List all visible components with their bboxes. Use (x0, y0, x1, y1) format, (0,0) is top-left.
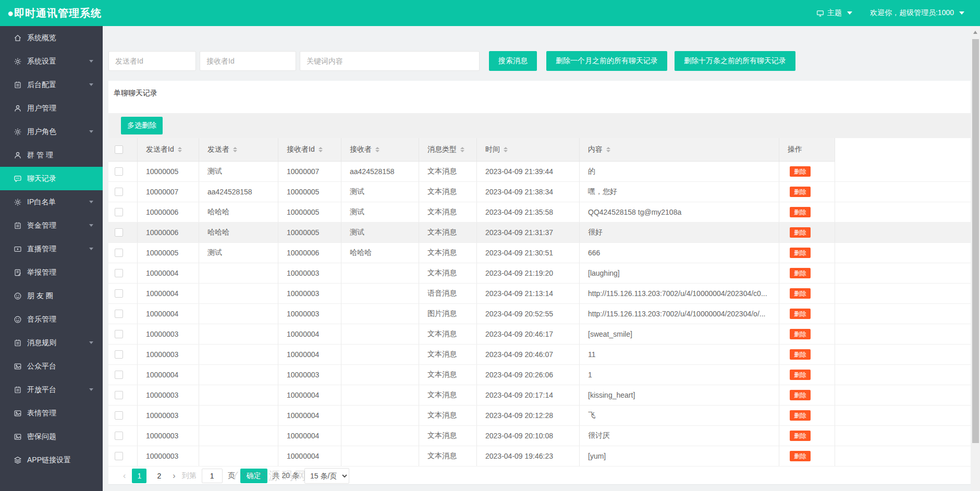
sidebar-item-label: APP链接设置 (27, 456, 71, 465)
sort-icon[interactable] (375, 147, 379, 152)
sort-icon[interactable] (318, 147, 323, 152)
column-header-6[interactable]: 时间 (477, 138, 580, 161)
row-checkbox[interactable] (115, 269, 123, 277)
cell-type: 文本消息 (419, 446, 477, 466)
table-row-9: 1000000310000004文本消息2023-04-09 20:46:17[… (108, 324, 971, 345)
smiley-icon (14, 315, 22, 324)
delete-row-button[interactable]: 删除 (790, 288, 811, 299)
column-header-4[interactable]: 接收者 (341, 138, 419, 161)
column-header-3[interactable]: 接收者Id (278, 138, 341, 161)
sidebar-item-16[interactable]: 开放平台 (0, 378, 103, 401)
theme-dropdown[interactable]: 主题 (816, 8, 852, 18)
row-checkbox[interactable] (115, 249, 123, 257)
page-size-select[interactable]: 15 条/页 (304, 468, 349, 484)
sidebar-item-18[interactable]: 密保问题 (0, 425, 103, 448)
goto-page-input[interactable] (202, 469, 223, 483)
delete-row-button[interactable]: 删除 (790, 248, 811, 258)
sidebar-item-15[interactable]: 公众平台 (0, 354, 103, 378)
keyword-input[interactable] (300, 51, 480, 71)
cell-sender-id: 10000005 (138, 162, 199, 181)
delete-row-button[interactable]: 删除 (790, 227, 811, 238)
row-checkbox[interactable] (115, 411, 123, 420)
sender-id-input[interactable] (108, 51, 196, 71)
prev-page-button[interactable]: ‹ (122, 471, 127, 481)
cell-receiver: aa424528158 (341, 162, 419, 181)
delete-row-button[interactable]: 删除 (790, 431, 811, 441)
sidebar-item-13[interactable]: 音乐管理 (0, 308, 103, 331)
row-checkbox[interactable] (115, 208, 123, 216)
receiver-id-input[interactable] (200, 51, 296, 71)
sort-icon[interactable] (504, 147, 508, 152)
sort-icon[interactable] (178, 147, 182, 152)
cell-content: [sweat_smile] (580, 324, 779, 344)
delete-row-button[interactable]: 删除 (790, 329, 811, 339)
search-messages-button[interactable]: 搜索消息 (489, 51, 537, 71)
cell-sender: 哈哈哈 (199, 202, 278, 222)
sidebar-item-3[interactable]: 后台配置 (0, 73, 103, 96)
row-checkbox[interactable] (115, 432, 123, 440)
sidebar-item-1[interactable]: 系统概览 (0, 26, 103, 50)
sidebar-item-9[interactable]: 资金管理 (0, 214, 103, 237)
sort-icon[interactable] (606, 147, 610, 152)
multi-delete-button[interactable]: 多选删除 (121, 117, 163, 134)
delete-row-button[interactable]: 删除 (790, 390, 811, 400)
cell-receiver: 哈哈哈 (341, 243, 419, 263)
sidebar-item-4[interactable]: 用户管理 (0, 96, 103, 120)
row-checkbox[interactable] (115, 228, 123, 237)
sidebar-item-19[interactable]: APP链接设置 (0, 448, 103, 472)
home-icon (14, 34, 22, 42)
sidebar-item-2[interactable]: 系统设置 (0, 50, 103, 73)
sort-icon[interactable] (233, 147, 237, 152)
page-button-1[interactable]: 1 (132, 469, 146, 483)
sidebar-item-11[interactable]: 举报管理 (0, 261, 103, 284)
delete-row-button[interactable]: 删除 (790, 207, 811, 217)
row-checkbox[interactable] (115, 188, 123, 196)
column-header-5[interactable]: 消息类型 (419, 138, 477, 161)
scroll-up-icon[interactable] (973, 31, 977, 34)
chevron-down-icon (89, 341, 93, 344)
sort-icon[interactable] (460, 147, 464, 152)
table-row-8: 1000000410000003图片消息2023-04-09 20:52:55h… (108, 304, 971, 324)
sidebar-item-7[interactable]: 聊天记录 (0, 167, 103, 190)
delete-row-button[interactable]: 删除 (790, 187, 811, 197)
row-checkbox[interactable] (115, 289, 123, 298)
sidebar-item-10[interactable]: 直播管理 (0, 237, 103, 261)
sidebar-item-14[interactable]: 消息规则 (0, 331, 103, 354)
cell-sender-id: 10000006 (138, 202, 199, 222)
delete-row-button[interactable]: 删除 (790, 451, 811, 461)
delete-row-button[interactable]: 删除 (790, 370, 811, 380)
next-page-button[interactable]: › (172, 471, 176, 481)
row-checkbox[interactable] (115, 391, 123, 399)
delete-row-button[interactable]: 删除 (790, 268, 811, 278)
sidebar-item-12[interactable]: 朋 友 圈 (0, 284, 103, 308)
row-checkbox-cell (108, 182, 138, 202)
cell-sender-id: 10000003 (138, 406, 199, 425)
column-header-7[interactable]: 内容 (580, 138, 779, 161)
cell-sender-id: 10000004 (138, 263, 199, 283)
sidebar-item-17[interactable]: 表情管理 (0, 401, 103, 425)
row-checkbox[interactable] (115, 371, 123, 379)
sidebar-item-6[interactable]: 群 管 理 (0, 143, 103, 167)
scrollbar-thumb[interactable] (972, 39, 979, 443)
delete-row-button[interactable]: 删除 (790, 309, 811, 319)
page-button-2[interactable]: 2 (152, 469, 166, 483)
select-all-checkbox[interactable] (115, 145, 123, 154)
user-dropdown[interactable]: 欢迎你，超级管理员:1000 (870, 8, 964, 18)
delete-row-button[interactable]: 删除 (790, 349, 811, 360)
column-header-2[interactable]: 发送者 (199, 138, 278, 161)
goto-confirm-button[interactable]: 确定 (240, 469, 267, 483)
sidebar-item-5[interactable]: 用户角色 (0, 120, 103, 143)
delete-month-old-button[interactable]: 删除一个月之前的所有聊天记录 (546, 51, 667, 71)
row-checkbox-cell (108, 385, 138, 405)
delete-row-button[interactable]: 删除 (790, 410, 811, 421)
delete-row-button[interactable]: 删除 (790, 166, 811, 177)
delete-100k-old-button[interactable]: 删除十万条之前的所有聊天记录 (675, 51, 795, 71)
row-checkbox[interactable] (115, 167, 123, 176)
row-checkbox[interactable] (115, 350, 123, 359)
row-checkbox[interactable] (115, 452, 123, 460)
row-checkbox[interactable] (115, 310, 123, 318)
sidebar-item-8[interactable]: IP白名单 (0, 190, 103, 214)
column-header-1[interactable]: 发送者Id (138, 138, 199, 161)
row-checkbox[interactable] (115, 330, 123, 338)
cell-receiver (341, 406, 419, 425)
